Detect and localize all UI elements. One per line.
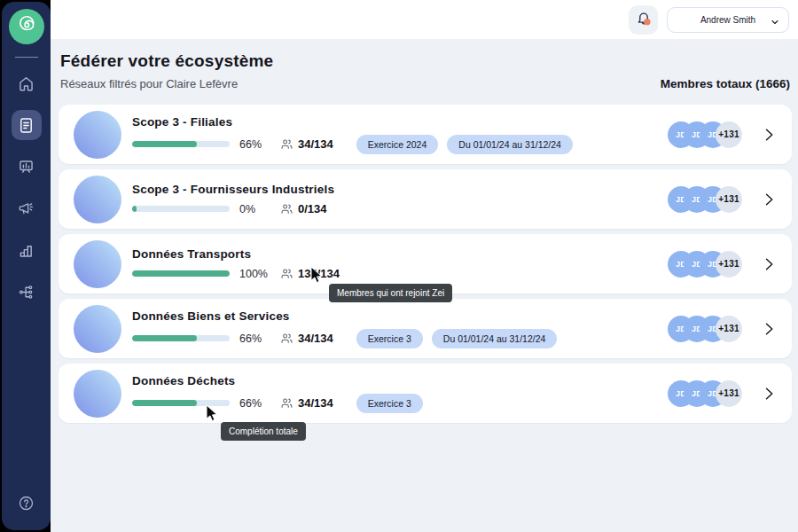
badge-list: Exercice 2024Du 01/01/24 au 31/12/24: [356, 135, 573, 154]
user-name: Andrew Smith: [700, 15, 755, 25]
sidebar-item-network[interactable]: [12, 277, 42, 307]
members-count: 34/134: [298, 396, 333, 410]
badge-list: Exercice 3: [356, 394, 423, 413]
network-avatar: [74, 305, 121, 353]
home-icon: [17, 74, 35, 93]
members-icon: [280, 202, 293, 215]
network-title: Données Transports: [132, 247, 363, 261]
progress-percent: 66%: [239, 332, 270, 345]
network-title: Scope 3 - Filiales: [132, 115, 573, 129]
members-icon: [280, 396, 293, 410]
chevron-down-icon: [770, 15, 780, 31]
user-menu[interactable]: Andrew Smith: [667, 7, 789, 33]
chevron-right-icon[interactable]: [760, 126, 778, 144]
badge: Exercice 3: [356, 394, 423, 413]
member-avatar-group: JDJDJD+131: [668, 121, 742, 148]
sidebar-item-announcements[interactable]: [12, 193, 42, 223]
top-bar: Andrew Smith: [51, 0, 798, 39]
badge-list: Exercice 3Du 01/01/24 au 31/12/24: [356, 329, 558, 348]
bell-icon: [634, 9, 653, 32]
extra-members-count: +131: [716, 186, 742, 213]
members-icon: [280, 267, 293, 280]
progress-bar: [132, 270, 230, 277]
member-avatar-group: JDJDJD+131: [668, 186, 742, 213]
network-avatar: [74, 240, 121, 288]
members-count: 34/134: [298, 332, 333, 345]
app-window: Andrew Smith Fédérer votre écosystème Ré…: [0, 0, 798, 532]
progress-fill: [132, 270, 230, 277]
network-card[interactable]: Données Déchets 66% 34/134 Exercice 3 JD…: [59, 364, 792, 423]
tooltip: Membres qui ont rejoint Zei: [329, 284, 452, 302]
network-card[interactable]: Scope 3 - Fournisseurs Industriels 0% 0/…: [59, 169, 792, 229]
progress-fill: [132, 335, 197, 341]
member-avatar-group: JDJDJD+131: [668, 251, 742, 278]
network-icon: [17, 283, 35, 301]
page-title: Fédérer votre écosystème: [60, 51, 792, 71]
progress-percent: 0%: [239, 203, 270, 215]
progress-percent: 100%: [239, 268, 270, 280]
network-card[interactable]: Données Biens et Services 66% 34/134 Exe…: [59, 299, 792, 358]
members-icon: [280, 137, 293, 151]
network-card-list: Scope 3 - Filiales 66% 34/134 Exercice 2…: [59, 105, 792, 423]
network-title: Données Biens et Services: [132, 309, 557, 323]
tooltip: Complétion totale: [221, 422, 306, 441]
network-card[interactable]: Scope 3 - Filiales 66% 34/134 Exercice 2…: [59, 105, 792, 164]
members-count: 34/134: [298, 137, 333, 151]
badge: Du 01/01/24 au 31/12/24: [447, 135, 573, 154]
progress-percent: 66%: [239, 397, 270, 410]
notifications-button[interactable]: [629, 5, 658, 35]
badge: Exercice 3: [356, 329, 423, 348]
sidebar-item-home[interactable]: [12, 68, 42, 98]
progress-fill: [132, 400, 197, 406]
extra-members-count: +131: [716, 380, 742, 407]
member-avatar-group: JDJDJD+131: [668, 380, 742, 407]
spiral-logo-icon: [15, 13, 38, 40]
mouse-cursor-icon: [205, 404, 220, 426]
network-title: Scope 3 - Fournisseurs Industriels: [132, 183, 350, 196]
sidebar: [2, 2, 51, 530]
mouse-cursor-icon: [309, 266, 325, 287]
dashboard-icon: [17, 158, 35, 176]
progress-fill: [132, 206, 137, 212]
progress-percent: 66%: [239, 138, 270, 151]
extra-members-count: +131: [716, 251, 742, 278]
sidebar-item-help[interactable]: [12, 488, 42, 518]
extra-members-count: +131: [716, 121, 742, 148]
sidebar-divider: [15, 57, 38, 58]
badge: Exercice 2024: [356, 135, 439, 154]
chevron-right-icon[interactable]: [760, 191, 778, 208]
page-subtitle: Réseaux filtrés pour Claire Lefèvre: [60, 77, 238, 90]
members-icon: [280, 332, 293, 345]
progress-fill: [132, 141, 197, 147]
sidebar-item-documents[interactable]: [12, 110, 42, 140]
chevron-right-icon[interactable]: [760, 255, 778, 273]
chevron-right-icon[interactable]: [760, 385, 778, 403]
megaphone-icon: [17, 200, 35, 218]
chevron-right-icon[interactable]: [760, 320, 778, 338]
app-logo[interactable]: [9, 9, 44, 44]
badge: Du 01/01/24 au 31/12/24: [432, 329, 558, 348]
network-title: Données Déchets: [132, 374, 423, 387]
extra-members-count: +131: [716, 316, 742, 342]
members-count: 0/134: [298, 202, 327, 215]
network-avatar: [74, 111, 121, 159]
sidebar-item-dashboard[interactable]: [12, 152, 42, 182]
bar-chart-icon: [17, 241, 35, 260]
network-avatar: [74, 176, 121, 223]
member-avatar-group: JDJDJD+131: [668, 316, 742, 342]
progress-bar: [132, 141, 230, 147]
documents-icon: [17, 116, 35, 135]
network-avatar: [74, 370, 121, 418]
help-icon: [17, 494, 35, 512]
progress-bar: [132, 335, 230, 341]
sidebar-item-statistics[interactable]: [12, 235, 42, 265]
members-total-label: Membres totaux (1666): [661, 77, 790, 90]
progress-bar: [132, 206, 230, 212]
